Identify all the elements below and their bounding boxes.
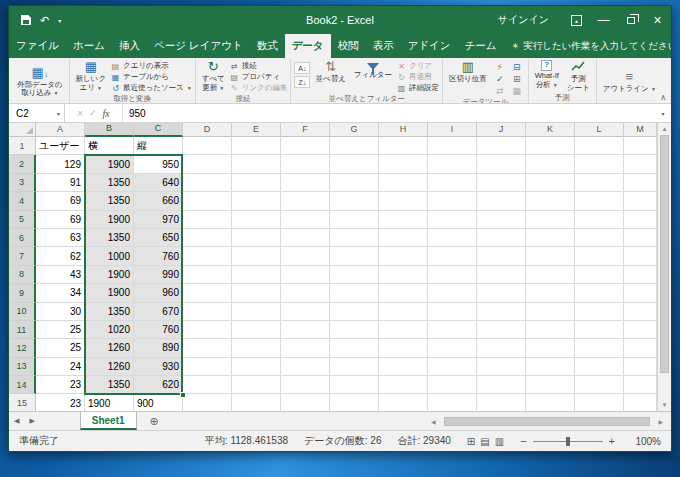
cell-H1[interactable] [379,137,428,155]
cell-J1[interactable] [477,137,526,155]
cell-E9[interactable] [232,284,281,302]
cell-L6[interactable] [575,229,624,247]
cell-L14[interactable] [575,376,624,394]
formula-input[interactable]: 950 [123,104,655,122]
cell-K10[interactable] [526,303,575,321]
cell-L3[interactable] [575,174,624,192]
cell-C3[interactable]: 640 [134,174,183,192]
row-header-2[interactable]: 2 [9,155,36,173]
ribbon-tab-アドイン[interactable]: アドイン [401,34,458,58]
ribbon-tab-挿入[interactable]: 挿入 [112,34,147,58]
cell-H10[interactable] [379,303,428,321]
cell-F8[interactable] [281,266,330,284]
cell-A4[interactable]: 69 [36,192,85,210]
cell-K5[interactable] [526,211,575,229]
recent-sources-button[interactable]: ↺ 最近使ったソース ▼ [111,83,192,93]
cell-J6[interactable] [477,229,526,247]
cell-H11[interactable] [379,321,428,339]
cell-A11[interactable]: 25 [36,321,85,339]
cell-H7[interactable] [379,247,428,265]
cell-G14[interactable] [330,376,379,394]
refresh-all-button[interactable]: ↻ すべて 更新 ▼ [199,59,228,92]
cell-M13[interactable] [624,358,657,376]
cell-F6[interactable] [281,229,330,247]
cell-A7[interactable]: 62 [36,247,85,265]
cell-D15[interactable] [183,394,232,411]
cell-J14[interactable] [477,376,526,394]
cell-L9[interactable] [575,284,624,302]
cell-E13[interactable] [232,358,281,376]
cell-J2[interactable] [477,155,526,173]
cell-E6[interactable] [232,229,281,247]
cell-M14[interactable] [624,376,657,394]
cell-I1[interactable] [428,137,477,155]
horizontal-scrollbar[interactable]: ◀ ▶ [427,415,667,428]
cell-F3[interactable] [281,174,330,192]
cell-E1[interactable] [232,137,281,155]
text-to-columns-button[interactable]: ▥ 区切り位置 [446,59,490,84]
data-validation-button[interactable]: ✓ [492,73,508,84]
cell-B7[interactable]: 1000 [85,247,134,265]
cell-B8[interactable]: 1900 [85,266,134,284]
cell-D9[interactable] [183,284,232,302]
cell-L5[interactable] [575,211,624,229]
undo-icon[interactable]: ↶ [40,15,49,26]
scroll-down-icon[interactable]: ▼ [662,399,668,411]
cell-J9[interactable] [477,284,526,302]
cell-H8[interactable] [379,266,428,284]
cell-L7[interactable] [575,247,624,265]
cell-D3[interactable] [183,174,232,192]
column-header-J[interactable]: J [477,123,526,137]
column-header-B[interactable]: B [85,123,134,137]
cell-F14[interactable] [281,376,330,394]
cell-G4[interactable] [330,192,379,210]
sheet-tab-sheet1[interactable]: Sheet1 [80,412,137,430]
filter-button[interactable]: フィルター [351,59,395,80]
row-header-1[interactable]: 1 [9,137,36,155]
outline-button[interactable]: ≡ アウトライン ▼ [600,60,659,102]
cell-I2[interactable] [428,155,477,173]
cell-G3[interactable] [330,174,379,192]
cell-E3[interactable] [232,174,281,192]
zoom-out-button[interactable]: − [520,435,526,447]
cell-M1[interactable] [624,137,657,155]
cell-B15[interactable]: 1900 [85,394,134,411]
cell-E15[interactable] [232,394,281,411]
close-button[interactable]: × [644,6,671,34]
cell-K8[interactable] [526,266,575,284]
row-header-11[interactable]: 11 [9,321,36,339]
cell-M8[interactable] [624,266,657,284]
cell-A2[interactable]: 129 [36,155,85,173]
cell-A12[interactable]: 25 [36,339,85,357]
row-header-13[interactable]: 13 [9,358,36,376]
scroll-left-icon[interactable]: ◀ [427,418,440,425]
cell-I7[interactable] [428,247,477,265]
cell-J10[interactable] [477,303,526,321]
cell-F7[interactable] [281,247,330,265]
cell-G9[interactable] [330,284,379,302]
ribbon-tab-ページ レイアウト[interactable]: ページ レイアウト [147,34,250,58]
cell-F11[interactable] [281,321,330,339]
cell-J3[interactable] [477,174,526,192]
collapse-ribbon-button[interactable]: ∧ [660,93,666,102]
ribbon-display-options-button[interactable]: ▴ [563,6,590,34]
cell-F2[interactable] [281,155,330,173]
page-layout-view-icon[interactable]: ▤ [480,436,489,447]
manage-data-model-button[interactable]: ▦ [509,85,525,96]
cell-M12[interactable] [624,339,657,357]
ribbon-tab-チーム[interactable]: チーム [458,34,504,58]
reapply-button[interactable]: ↻ 再適用 [397,72,439,82]
cell-L15[interactable] [575,394,624,411]
customize-qat-icon[interactable]: ▾ [58,17,61,24]
cell-G2[interactable] [330,155,379,173]
cell-C15[interactable]: 900 [134,394,183,411]
show-queries-button[interactable]: ▤ クエリの表示 [111,61,192,71]
cell-H6[interactable] [379,229,428,247]
column-header-G[interactable]: G [330,123,379,137]
name-box[interactable]: C2 ▾ [9,104,65,122]
cell-I15[interactable] [428,394,477,411]
cell-L12[interactable] [575,339,624,357]
cell-A8[interactable]: 43 [36,266,85,284]
name-box-dropdown-icon[interactable]: ▾ [57,110,60,117]
cell-M3[interactable] [624,174,657,192]
